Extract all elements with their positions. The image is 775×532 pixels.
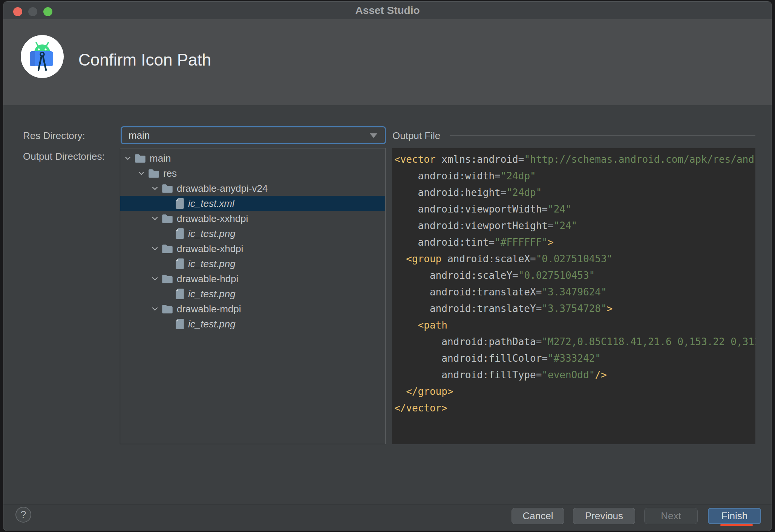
tree-item-label: main [150, 153, 171, 164]
tree-item-ic-test-png[interactable]: ic_test.png [120, 226, 385, 241]
chevron-down-icon [151, 245, 159, 252]
res-directory-label: Res Directory: [23, 130, 85, 142]
tree-icon-wrap [175, 198, 184, 209]
finish-red-underline-annotation [720, 524, 753, 526]
tree-item-drawable-mdpi[interactable]: drawable-mdpi [120, 301, 385, 316]
chevron-slot[interactable] [124, 154, 135, 162]
chevron-down-icon [151, 275, 159, 283]
chevron-slot[interactable] [151, 305, 162, 313]
code-line: android:fillColor="#333242" [394, 350, 755, 367]
output-directories-tree[interactable]: mainresdrawable-anydpi-v24ic_test.xmldra… [120, 148, 386, 444]
tree-item-drawable-xxhdpi[interactable]: drawable-xxhdpi [120, 211, 385, 226]
res-directory-combobox[interactable]: main [121, 126, 386, 144]
chevron-slot[interactable] [151, 275, 162, 283]
tree-item-label: res [163, 168, 177, 179]
window-title: Asset Studio [3, 2, 772, 19]
chevron-slot[interactable] [138, 170, 148, 177]
res-directory-value: main [129, 127, 150, 143]
folder-icon [162, 244, 173, 254]
code-line: </group> [394, 383, 755, 400]
code-line: android:width="24dp" [394, 168, 755, 184]
tree-item-label: drawable-hdpi [177, 273, 238, 285]
file-icon [175, 258, 184, 269]
tree-item-label: ic_test.xml [188, 198, 234, 209]
finish-button[interactable]: Finish [708, 508, 761, 524]
file-icon [175, 198, 184, 209]
tree-item-label: drawable-xxhdpi [177, 213, 248, 225]
android-studio-icon [21, 35, 64, 78]
chevron-down-icon [151, 215, 159, 222]
code-line: <path [394, 317, 755, 333]
chevron-down-icon [138, 170, 145, 177]
tree-icon-wrap [162, 274, 173, 284]
code-line: <vector xmlns:android="http://schemas.an… [394, 151, 755, 168]
tree-item-main[interactable]: main [120, 151, 385, 166]
tree-icon-wrap [175, 318, 184, 330]
chevron-down-icon [151, 305, 159, 313]
code-line: android:pathData="M272,0.85C118.41,21.6 … [394, 333, 755, 350]
folder-icon [162, 304, 173, 314]
code-line: android:tint="#FFFFFF"> [394, 234, 755, 251]
tree-icon-wrap [162, 244, 173, 254]
tree-item-res[interactable]: res [120, 166, 385, 181]
tree-item-label: ic_test.png [188, 258, 236, 270]
folder-icon [135, 154, 146, 163]
cancel-button[interactable]: Cancel [512, 508, 564, 524]
code-line: android:viewportWidth="24" [394, 201, 755, 217]
tree-item-label: ic_test.png [188, 288, 236, 300]
code-line: android:viewportHeight="24" [394, 217, 755, 234]
code-line: android:height="24dp" [394, 184, 755, 201]
chevron-slot[interactable] [151, 245, 162, 252]
tree-icon-wrap [135, 154, 146, 163]
tree-item-drawable-xhdpi[interactable]: drawable-xhdpi [120, 241, 385, 256]
code-line: android:fillType="evenOdd"/> [394, 367, 755, 383]
output-directories-label: Output Directories: [23, 151, 105, 162]
minimize-button [28, 7, 37, 16]
chevron-down-icon [151, 185, 159, 192]
tree-icon-wrap [175, 228, 184, 239]
tree-icon-wrap [162, 184, 173, 193]
page-title: Confirm Icon Path [78, 50, 211, 69]
file-icon [175, 228, 184, 239]
tree-item-ic-test-png[interactable]: ic_test.png [120, 316, 385, 332]
help-button[interactable]: ? [15, 507, 31, 523]
tree-icon-wrap [162, 214, 173, 223]
chevron-slot[interactable] [151, 185, 162, 192]
chevron-slot[interactable] [151, 215, 162, 222]
folder-icon [162, 184, 173, 193]
titlebar: Asset Studio [3, 2, 772, 19]
output-file-code-preview[interactable]: <vector xmlns:android="http://schemas.an… [392, 148, 755, 444]
asset-studio-dialog: Asset Studio Confirm I [3, 1, 772, 531]
tree-item-label: drawable-xhdpi [177, 243, 243, 255]
close-button[interactable] [13, 7, 22, 16]
tree-item-ic-test-xml[interactable]: ic_test.xml [120, 196, 385, 211]
folder-icon [148, 169, 159, 178]
dialog-header: Confirm Icon Path [3, 19, 772, 105]
code-line: <group android:scaleX="0.027510453" [394, 251, 755, 267]
tree-icon-wrap [148, 169, 159, 178]
folder-icon [162, 274, 173, 284]
chevron-down-icon [370, 133, 377, 138]
code-line: android:scaleY="0.027510453" [394, 267, 755, 284]
tree-icon-wrap [175, 258, 184, 269]
tree-icon-wrap [162, 304, 173, 314]
zoom-button[interactable] [43, 7, 52, 16]
tree-item-label: drawable-anydpi-v24 [177, 183, 268, 194]
tree-item-label: drawable-mdpi [177, 303, 241, 315]
file-icon [175, 288, 184, 300]
output-file-separator [450, 135, 755, 136]
code-line: android:translateX="3.3479624" [394, 284, 755, 300]
output-file-label: Output File [392, 130, 440, 142]
previous-button[interactable]: Previous [573, 508, 635, 524]
tree-item-drawable-hdpi[interactable]: drawable-hdpi [120, 271, 385, 286]
chevron-down-icon [124, 154, 132, 162]
tree-item-drawable-anydpi-v24[interactable]: drawable-anydpi-v24 [120, 181, 385, 196]
code-line: android:translateY="3.3754728"> [394, 300, 755, 317]
tree-icon-wrap [175, 288, 184, 300]
tree-item-ic-test-png[interactable]: ic_test.png [120, 256, 385, 271]
file-icon [175, 318, 184, 330]
code-line: </vector> [394, 400, 755, 416]
tree-item-label: ic_test.png [188, 318, 236, 330]
next-button: Next [644, 508, 698, 524]
tree-item-ic-test-png[interactable]: ic_test.png [120, 286, 385, 301]
